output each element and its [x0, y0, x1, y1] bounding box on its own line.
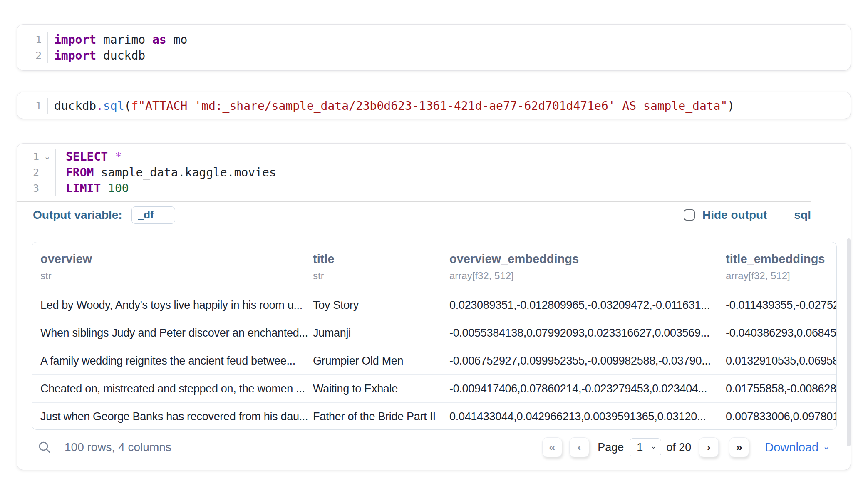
code-editor[interactable]: 1import marimo as mo2import duckdb — [17, 32, 851, 63]
table-cell: -0.0055384138,0.07992093,0.023316627,0.0… — [449, 327, 726, 340]
table-body: Led by Woody, Andy's toys live happily i… — [32, 291, 836, 430]
table-cell: 0.023089351,-0.012809965,-0.03209472,-0.… — [449, 299, 726, 312]
line-number: 1⌄ — [17, 149, 56, 164]
code-cell-attach[interactable]: 1duckdb.sql(f"ATTACH 'md:_share/sample_d… — [17, 92, 851, 119]
column-header[interactable]: overview str — [40, 252, 313, 291]
page-label: Page — [598, 441, 624, 454]
table-row: Just when George Banks has recovered fro… — [32, 402, 836, 430]
row-count-summary: 100 rows, 4 columns — [64, 441, 171, 454]
page-select[interactable]: 1 ⌄ — [630, 438, 661, 456]
vertical-scrollbar[interactable] — [847, 238, 851, 446]
column-header[interactable]: title str — [313, 252, 449, 291]
table-cell: 0.041433044,0.042966213,0.0039591365,0.0… — [449, 410, 726, 423]
table-cell: Toy Story — [313, 299, 449, 312]
line-number: 1 — [17, 98, 48, 114]
output-variable-label: Output variable: — [33, 208, 122, 222]
table-row: A family wedding reignites the ancient f… — [32, 347, 836, 374]
table-cell: Father of the Bride Part II — [313, 410, 449, 423]
line-number: 2 — [17, 47, 48, 63]
next-page-button[interactable]: › — [699, 437, 719, 457]
last-page-button[interactable]: » — [729, 437, 749, 457]
table-cell: -0.009417406,0.07860214,-0.023279453,0.0… — [449, 382, 726, 395]
first-page-button[interactable]: « — [542, 437, 562, 457]
fold-chevron-icon[interactable]: ⌄ — [39, 151, 55, 161]
column-header[interactable]: overview_embeddings array[f32, 512] — [449, 252, 726, 291]
line-number: 3 — [17, 180, 56, 196]
column-name[interactable]: title — [313, 252, 449, 266]
table-cell: -0.040386293,0.068451 — [726, 327, 836, 340]
table-cell: Waiting to Exhale — [313, 382, 449, 395]
code-text: import marimo as mo — [48, 33, 187, 47]
table-cell: 0.01755858,-0.00862866 — [726, 382, 836, 395]
table-cell: Led by Woody, Andy's toys live happily i… — [40, 299, 313, 312]
page-total-label: of 20 — [666, 441, 691, 454]
chevron-down-icon: ⌄ — [823, 441, 830, 451]
download-label: Download — [765, 441, 818, 454]
line-number: 1 — [17, 32, 48, 47]
code-line: 3LIMIT 100 — [17, 180, 851, 196]
table-row: Cheated on, mistreated and stepped on, t… — [32, 374, 836, 402]
code-line: 1⌄SELECT * — [17, 149, 851, 164]
sql-cell[interactable]: 1⌄SELECT *2FROM sample_data.kaggle.movie… — [17, 143, 851, 470]
column-name[interactable]: overview_embeddings — [449, 252, 726, 266]
output-divider — [17, 228, 851, 228]
code-text: duckdb.sql(f"ATTACH 'md:_share/sample_da… — [48, 99, 734, 113]
code-line: 1duckdb.sql(f"ATTACH 'md:_share/sample_d… — [17, 98, 851, 114]
table-cell: -0.006752927,0.099952355,-0.009982588,-0… — [449, 355, 726, 367]
hide-output-checkbox[interactable] — [684, 209, 695, 221]
table-cell: A family wedding reignites the ancient f… — [40, 355, 313, 367]
column-type: array[f32, 512] — [449, 270, 726, 282]
chevron-down-icon: ⌄ — [650, 442, 657, 450]
language-badge[interactable]: sql — [794, 208, 811, 222]
previous-page-button[interactable]: ‹ — [569, 437, 589, 457]
pagination: « ‹ Page 1 ⌄ of 20 › » Download ⌄ — [542, 437, 830, 457]
code-text: LIMIT 100 — [56, 181, 129, 195]
table-status-bar: 100 rows, 4 columns « ‹ Page 1 ⌄ of 20 ›… — [17, 436, 851, 459]
download-button[interactable]: Download ⌄ — [765, 441, 830, 454]
column-name[interactable]: overview — [40, 252, 313, 266]
table-cell: When siblings Judy and Peter discover an… — [40, 327, 313, 340]
vertical-divider — [781, 207, 781, 223]
hide-output-label[interactable]: Hide output — [702, 208, 767, 222]
table-row: Led by Woody, Andy's toys live happily i… — [32, 291, 836, 319]
table-cell: Just when George Banks has recovered fro… — [40, 410, 313, 423]
page-select-value: 1 — [637, 441, 643, 454]
column-type: str — [40, 270, 313, 282]
table-cell: Jumanji — [313, 327, 449, 340]
dataframe-table: overview str title str overview_embeddin… — [32, 242, 837, 430]
code-editor[interactable]: 1duckdb.sql(f"ATTACH 'md:_share/sample_d… — [17, 98, 851, 114]
code-line: 2FROM sample_data.kaggle.movies — [17, 164, 851, 180]
search-icon[interactable] — [38, 441, 51, 454]
table-cell: 0.007833006,0.097801 — [726, 410, 836, 423]
code-line: 1import marimo as mo — [17, 32, 851, 47]
column-type: array[f32, 512] — [726, 270, 836, 282]
table-cell: Cheated on, mistreated and stepped on, t… — [40, 382, 313, 395]
column-name[interactable]: title_embeddings — [726, 252, 836, 266]
output-variable-input[interactable] — [131, 206, 175, 224]
code-line: 2import duckdb — [17, 47, 851, 63]
code-text: SELECT * — [56, 150, 122, 164]
table-row: When siblings Judy and Peter discover an… — [32, 319, 836, 347]
code-text: import duckdb — [48, 49, 145, 62]
table-cell: 0.0132910535,0.06958 — [726, 355, 836, 367]
table-cell: -0.011439355,-0.02752 — [726, 299, 836, 312]
table-header-row: overview str title str overview_embeddin… — [32, 242, 836, 291]
code-cell-imports[interactable]: 1import marimo as mo2import duckdb — [17, 24, 851, 71]
column-type: str — [313, 270, 449, 282]
line-number: 2 — [17, 164, 56, 180]
editor-footer: Output variable: Hide output sql — [17, 202, 851, 228]
table-cell: Grumpier Old Men — [313, 355, 449, 367]
column-header[interactable]: title_embeddings array[f32, 512] — [726, 252, 836, 291]
code-editor[interactable]: 1⌄SELECT *2FROM sample_data.kaggle.movie… — [17, 149, 851, 196]
code-text: FROM sample_data.kaggle.movies — [56, 166, 276, 179]
